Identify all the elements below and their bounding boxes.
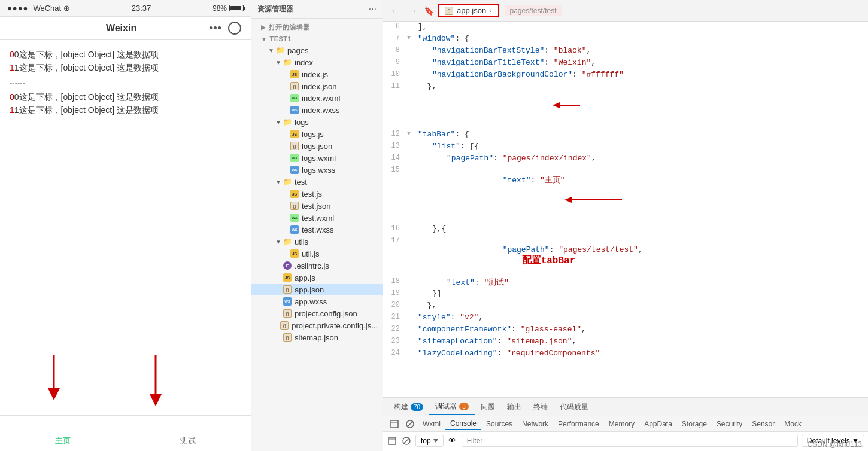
console-top-dropdown[interactable]: top (415, 435, 444, 447)
folder-arrow: ▼ (275, 179, 283, 185)
code-content: 6 ], 7 ▼ "window": { 8 "navigationBarTex… (383, 22, 868, 397)
code-line-24: 24 "lazyCodeLoading": "requiredComponent… (383, 348, 868, 360)
wxss-icon: WS (290, 165, 299, 175)
file-index-json[interactable]: {} index.json (251, 80, 383, 92)
tab-problems[interactable]: 问题 (475, 400, 501, 415)
phone-simulator: ●●●● WeChat ⊕ 23:37 98% Weixin (0, 0, 251, 451)
tab-debugger[interactable]: 调试器 3 (429, 399, 475, 415)
tab-security[interactable]: Security (712, 419, 747, 429)
battery-icon (229, 5, 244, 11)
tab-home[interactable]: 主页 (0, 416, 126, 451)
file-app-wxss[interactable]: WS app.wxss (251, 295, 383, 307)
file-project-private[interactable]: {} project.private.config.js... (251, 319, 383, 331)
explorer-title: 资源管理器 (257, 4, 293, 14)
json-icon: {} (290, 141, 299, 151)
code-line-6: 6 ], (383, 22, 868, 33)
tab-code-quality[interactable]: 代码质量 (554, 400, 594, 415)
tab-console[interactable]: Console (445, 418, 481, 430)
bookmark-icon[interactable]: 🔖 (424, 6, 434, 16)
phone-nav-bar: Weixin ••• (0, 17, 251, 40)
file-logs-js[interactable]: JS logs.js (251, 128, 383, 140)
tab-memory[interactable]: Memory (604, 419, 639, 429)
nav-more-icon[interactable]: ••• (209, 22, 222, 35)
breadcrumb: pages/test/test (505, 5, 562, 16)
content-line4: 11这是下标，[object Object] 这是数据项 (10, 105, 241, 116)
file-app-json[interactable]: {} app.json (251, 284, 383, 295)
arrow-indicator-15 (498, 185, 623, 214)
tab-mock[interactable]: Mock (779, 419, 806, 429)
annotation-tabbar: 配置tabBar (522, 254, 576, 267)
active-tab-highlighted[interactable]: {} app.json › (438, 4, 499, 17)
console-icon-filter[interactable] (387, 435, 397, 446)
file-logs-wxss[interactable]: WS logs.wxss (251, 164, 383, 176)
console-icon-block[interactable] (401, 435, 412, 446)
phone-time: 23:37 (132, 4, 151, 13)
forward-icon[interactable]: → (406, 4, 420, 17)
folder-logs[interactable]: ▼ 📁 logs (251, 116, 383, 128)
svg-rect-12 (389, 437, 396, 444)
code-line-18: 18 "text": "测试" (383, 276, 868, 288)
code-line-10: 10 "navigationBarBackgroundColor": "#fff… (383, 69, 868, 81)
file-test-json[interactable]: {} test.json (251, 200, 383, 212)
svg-marker-16 (433, 439, 438, 443)
status-right: 98% (213, 4, 244, 13)
code-line-15: 15 "text": "主页" (383, 165, 868, 224)
phone-status-bar: ●●●● WeChat ⊕ 23:37 98% (0, 0, 251, 17)
file-sitemap[interactable]: {} sitemap.json (251, 331, 383, 343)
tab-network[interactable]: Network (517, 419, 553, 429)
js-icon: JS (283, 273, 292, 282)
folder-icon: 📁 (283, 237, 292, 246)
file-index-js[interactable]: JS index.js (251, 68, 383, 80)
devtools-icon-inspect[interactable] (387, 419, 402, 429)
section-open-editors[interactable]: ▶ 打开的编辑器 (251, 21, 383, 33)
console-eye-icon[interactable]: 👁 (447, 435, 458, 446)
file-app-js[interactable]: JS app.js (251, 272, 383, 284)
file-test-wxml[interactable]: WX test.wxml (251, 212, 383, 224)
editor-top-bar: ← → 🔖 {} app.json › pages/test/test (383, 0, 868, 22)
arrow-right (144, 355, 168, 409)
svg-marker-7 (564, 197, 572, 203)
file-logs-json[interactable]: {} logs.json (251, 140, 383, 152)
tab-terminal[interactable]: 终端 (527, 400, 554, 415)
file-explorer: 资源管理器 ··· ▶ 打开的编辑器 ▼ TEST1 ▼ 📁 page (251, 0, 383, 451)
explorer-menu-icon[interactable]: ··· (369, 4, 377, 14)
wxml-icon: WX (290, 153, 299, 163)
folder-test[interactable]: ▼ 📁 test (251, 176, 383, 188)
nav-circle-icon[interactable] (228, 22, 241, 35)
folder-utils[interactable]: ▼ 📁 utils (251, 236, 383, 248)
tab-performance[interactable]: Performance (553, 419, 604, 429)
tab-output[interactable]: 输出 (501, 400, 527, 415)
code-line-22: 22 "componentFramework": "glass-easel", (383, 324, 868, 336)
code-line-7: 7 ▼ "window": { (383, 33, 868, 45)
folder-pages[interactable]: ▼ 📁 pages (251, 44, 383, 56)
tab-build[interactable]: 构建 70 (388, 400, 429, 415)
file-test-js[interactable]: JS test.js (251, 188, 383, 200)
json-icon: {} (280, 321, 289, 330)
svg-marker-1 (48, 388, 60, 400)
console-filter-input[interactable] (462, 435, 798, 447)
file-index-wxml[interactable]: WX index.wxml (251, 92, 383, 104)
devtools-icon-block[interactable] (402, 419, 418, 429)
tab-appdata[interactable]: AppData (639, 419, 677, 429)
content-line3: 00这是下标，[object Object] 这是数据项 (10, 92, 241, 103)
js-icon: JS (290, 129, 299, 139)
folder-index[interactable]: ▼ 📁 index (251, 56, 383, 68)
svg-line-11 (407, 421, 413, 427)
back-icon[interactable]: ← (388, 4, 402, 17)
tab-storage[interactable]: Storage (677, 419, 712, 429)
file-logs-wxml[interactable]: WX logs.wxml (251, 152, 383, 164)
tab-sources[interactable]: Sources (481, 419, 517, 429)
eslint-icon: E (283, 261, 292, 270)
tab-sensor[interactable]: Sensor (747, 419, 779, 429)
file-index-wxss[interactable]: WS index.wxss (251, 104, 383, 116)
section-project[interactable]: ▼ TEST1 (251, 33, 383, 44)
file-test-wxss[interactable]: WS test.wxss (251, 224, 383, 236)
tab-test[interactable]: 测试 (126, 416, 251, 451)
tab-wxml[interactable]: Wxml (418, 419, 445, 429)
file-util-js[interactable]: JS util.js (251, 248, 383, 260)
file-eslintrc[interactable]: E .eslintrc.js (251, 260, 383, 272)
file-project-config[interactable]: {} project.config.json (251, 307, 383, 319)
content-line2: 11这是下标，[object Object] 这是数据项 (10, 63, 241, 74)
phone-tab-bar: 主页 测试 (0, 415, 251, 451)
signal-icon: ●●●● (7, 4, 28, 13)
